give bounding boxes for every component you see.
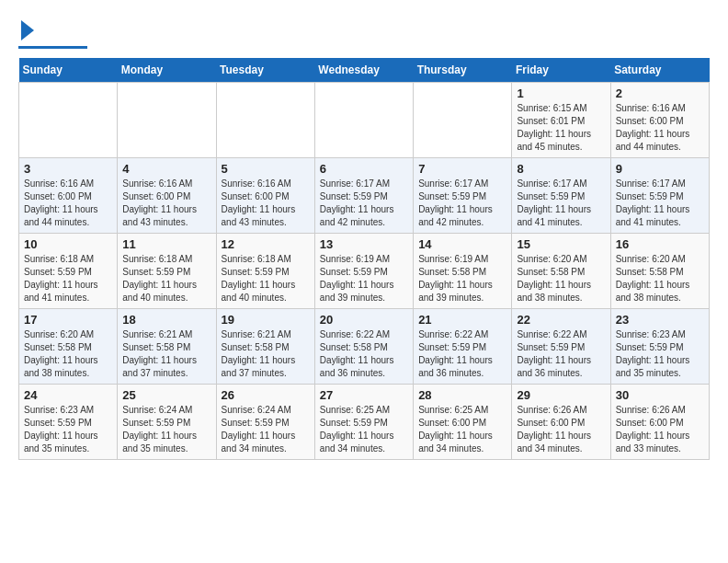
day-info: Sunrise: 6:17 AMSunset: 5:59 PMDaylight:…	[517, 178, 605, 229]
calendar-day-cell: 19Sunrise: 6:21 AMSunset: 5:58 PMDayligh…	[216, 309, 314, 385]
day-number: 20	[320, 313, 408, 327]
day-number: 24	[24, 388, 112, 402]
calendar-day-cell: 29Sunrise: 6:26 AMSunset: 6:00 PMDayligh…	[512, 385, 610, 460]
calendar-day-cell: 13Sunrise: 6:19 AMSunset: 5:59 PMDayligh…	[314, 234, 413, 309]
calendar-day-cell: 7Sunrise: 6:17 AMSunset: 5:59 PMDaylight…	[414, 158, 512, 234]
day-of-week-header: Saturday	[610, 58, 709, 83]
calendar-day-cell: 4Sunrise: 6:16 AMSunset: 6:00 PMDaylight…	[118, 158, 216, 234]
calendar-day-cell	[118, 83, 216, 158]
calendar-day-cell: 28Sunrise: 6:25 AMSunset: 6:00 PMDayligh…	[414, 385, 512, 460]
calendar-header-row: SundayMondayTuesdayWednesdayThursdayFrid…	[19, 58, 710, 83]
calendar-day-cell: 9Sunrise: 6:17 AMSunset: 5:59 PMDaylight…	[610, 158, 709, 234]
day-info: Sunrise: 6:17 AMSunset: 5:59 PMDaylight:…	[320, 178, 408, 229]
day-number: 28	[418, 388, 506, 402]
calendar-day-cell: 8Sunrise: 6:17 AMSunset: 5:59 PMDaylight…	[512, 158, 610, 234]
day-number: 5	[222, 162, 310, 176]
day-info: Sunrise: 6:15 AMSunset: 6:01 PMDaylight:…	[517, 102, 605, 154]
day-number: 27	[320, 388, 408, 402]
day-info: Sunrise: 6:20 AMSunset: 5:58 PMDaylight:…	[24, 328, 112, 380]
day-number: 11	[122, 237, 210, 251]
day-info: Sunrise: 6:20 AMSunset: 5:58 PMDaylight:…	[616, 253, 704, 304]
day-number: 17	[24, 313, 112, 327]
day-info: Sunrise: 6:18 AMSunset: 5:59 PMDaylight:…	[222, 253, 310, 304]
calendar-day-cell: 3Sunrise: 6:16 AMSunset: 6:00 PMDaylight…	[19, 158, 118, 234]
calendar-day-cell	[216, 83, 314, 158]
day-number: 22	[517, 313, 605, 327]
calendar-day-cell: 20Sunrise: 6:22 AMSunset: 5:58 PMDayligh…	[314, 309, 413, 385]
calendar-day-cell: 11Sunrise: 6:18 AMSunset: 5:59 PMDayligh…	[118, 234, 216, 309]
day-info: Sunrise: 6:25 AMSunset: 5:59 PMDaylight:…	[320, 404, 408, 455]
day-number: 25	[122, 388, 210, 402]
calendar-week-row: 17Sunrise: 6:20 AMSunset: 5:58 PMDayligh…	[19, 309, 710, 385]
day-number: 18	[122, 313, 210, 327]
calendar-day-cell: 10Sunrise: 6:18 AMSunset: 5:59 PMDayligh…	[19, 234, 118, 309]
day-info: Sunrise: 6:16 AMSunset: 6:00 PMDaylight:…	[24, 178, 112, 229]
day-number: 10	[24, 237, 112, 251]
day-info: Sunrise: 6:23 AMSunset: 5:59 PMDaylight:…	[616, 328, 704, 380]
day-number: 7	[418, 162, 506, 176]
calendar-day-cell: 26Sunrise: 6:24 AMSunset: 5:59 PMDayligh…	[216, 385, 314, 460]
logo-arrow-icon	[21, 20, 34, 40]
day-info: Sunrise: 6:22 AMSunset: 5:59 PMDaylight:…	[517, 328, 605, 380]
calendar-day-cell: 12Sunrise: 6:18 AMSunset: 5:59 PMDayligh…	[216, 234, 314, 309]
day-number: 9	[616, 162, 704, 176]
calendar-week-row: 24Sunrise: 6:23 AMSunset: 5:59 PMDayligh…	[19, 385, 710, 460]
day-number: 16	[616, 237, 704, 251]
day-of-week-header: Thursday	[414, 58, 512, 83]
day-info: Sunrise: 6:16 AMSunset: 6:00 PMDaylight:…	[222, 178, 310, 229]
day-of-week-header: Sunday	[19, 58, 118, 83]
day-of-week-header: Friday	[512, 58, 610, 83]
day-number: 4	[122, 162, 210, 176]
day-number: 13	[320, 237, 408, 251]
calendar-day-cell: 6Sunrise: 6:17 AMSunset: 5:59 PMDaylight…	[314, 158, 413, 234]
calendar-day-cell: 21Sunrise: 6:22 AMSunset: 5:59 PMDayligh…	[414, 309, 512, 385]
calendar-day-cell: 16Sunrise: 6:20 AMSunset: 5:58 PMDayligh…	[610, 234, 709, 309]
calendar-day-cell	[314, 83, 413, 158]
day-info: Sunrise: 6:21 AMSunset: 5:58 PMDaylight:…	[222, 328, 310, 380]
day-number: 8	[517, 162, 605, 176]
day-number: 6	[320, 162, 408, 176]
calendar-day-cell: 14Sunrise: 6:19 AMSunset: 5:58 PMDayligh…	[414, 234, 512, 309]
day-number: 21	[418, 313, 506, 327]
day-number: 2	[616, 86, 704, 100]
day-info: Sunrise: 6:16 AMSunset: 6:00 PMDaylight:…	[616, 102, 704, 154]
day-number: 26	[222, 388, 310, 402]
day-number: 23	[616, 313, 704, 327]
calendar-day-cell: 22Sunrise: 6:22 AMSunset: 5:59 PMDayligh…	[512, 309, 610, 385]
calendar-week-row: 3Sunrise: 6:16 AMSunset: 6:00 PMDaylight…	[19, 158, 710, 234]
day-info: Sunrise: 6:18 AMSunset: 5:59 PMDaylight:…	[122, 253, 210, 304]
calendar-day-cell: 15Sunrise: 6:20 AMSunset: 5:58 PMDayligh…	[512, 234, 610, 309]
calendar-day-cell: 25Sunrise: 6:24 AMSunset: 5:59 PMDayligh…	[118, 385, 216, 460]
day-info: Sunrise: 6:26 AMSunset: 6:00 PMDaylight:…	[517, 404, 605, 455]
calendar-week-row: 10Sunrise: 6:18 AMSunset: 5:59 PMDayligh…	[19, 234, 710, 309]
day-info: Sunrise: 6:20 AMSunset: 5:58 PMDaylight:…	[517, 253, 605, 304]
day-of-week-header: Monday	[118, 58, 216, 83]
calendar-table: SundayMondayTuesdayWednesdayThursdayFrid…	[18, 58, 710, 460]
day-info: Sunrise: 6:21 AMSunset: 5:58 PMDaylight:…	[122, 328, 210, 380]
svg-marker-0	[21, 20, 34, 40]
calendar-day-cell: 1Sunrise: 6:15 AMSunset: 6:01 PMDaylight…	[512, 83, 610, 158]
day-info: Sunrise: 6:18 AMSunset: 5:59 PMDaylight:…	[24, 253, 112, 304]
calendar-day-cell: 5Sunrise: 6:16 AMSunset: 6:00 PMDaylight…	[216, 158, 314, 234]
day-info: Sunrise: 6:25 AMSunset: 6:00 PMDaylight:…	[418, 404, 506, 455]
calendar-day-cell: 2Sunrise: 6:16 AMSunset: 6:00 PMDaylight…	[610, 83, 709, 158]
page-header	[18, 18, 710, 49]
day-of-week-header: Tuesday	[216, 58, 314, 83]
calendar-day-cell	[19, 83, 118, 158]
day-number: 19	[222, 313, 310, 327]
day-number: 3	[24, 162, 112, 176]
logo-underline	[18, 46, 87, 49]
day-info: Sunrise: 6:24 AMSunset: 5:59 PMDaylight:…	[222, 404, 310, 455]
day-info: Sunrise: 6:16 AMSunset: 6:00 PMDaylight:…	[122, 178, 210, 229]
day-number: 12	[222, 237, 310, 251]
day-info: Sunrise: 6:23 AMSunset: 5:59 PMDaylight:…	[24, 404, 112, 455]
calendar-day-cell: 23Sunrise: 6:23 AMSunset: 5:59 PMDayligh…	[610, 309, 709, 385]
day-number: 29	[517, 388, 605, 402]
day-number: 15	[517, 237, 605, 251]
day-info: Sunrise: 6:26 AMSunset: 6:00 PMDaylight:…	[616, 404, 704, 455]
calendar-week-row: 1Sunrise: 6:15 AMSunset: 6:01 PMDaylight…	[19, 83, 710, 158]
day-info: Sunrise: 6:17 AMSunset: 5:59 PMDaylight:…	[418, 178, 506, 229]
calendar-day-cell	[414, 83, 512, 158]
day-info: Sunrise: 6:19 AMSunset: 5:58 PMDaylight:…	[418, 253, 506, 304]
calendar-day-cell: 27Sunrise: 6:25 AMSunset: 5:59 PMDayligh…	[314, 385, 413, 460]
